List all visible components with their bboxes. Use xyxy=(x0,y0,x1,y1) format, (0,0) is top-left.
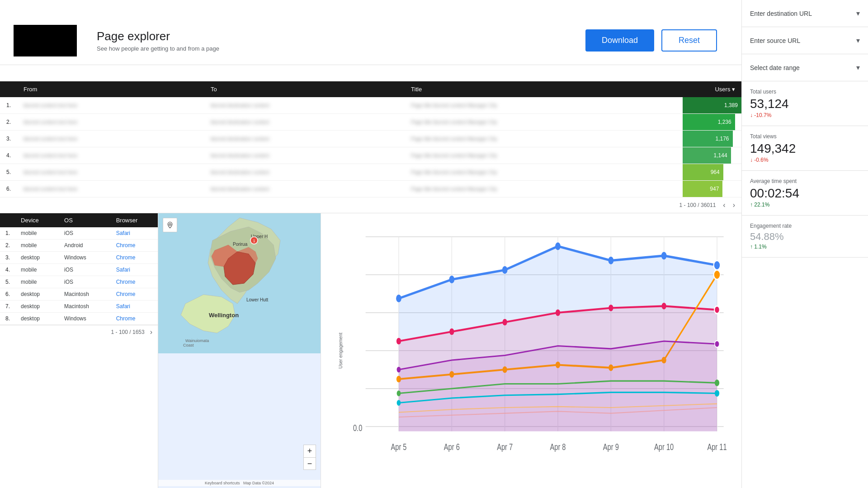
reset-button[interactable]: Reset xyxy=(661,29,717,52)
dev-row-os: Android xyxy=(59,239,111,252)
row-num: 5. xyxy=(0,164,17,181)
row-num: 3. xyxy=(0,131,17,147)
svg-point-51 xyxy=(662,303,666,310)
content-area: From To Title Users ▾ 1. blurred content… xyxy=(0,81,741,488)
dev-row-browser[interactable]: Safari xyxy=(111,227,158,239)
device-table-pagination: 1 - 100 / 1653 › xyxy=(0,325,158,339)
dev-row-browser[interactable]: Chrome xyxy=(111,288,158,300)
row-num: 4. xyxy=(0,147,17,164)
dev-row-browser[interactable]: Chrome xyxy=(111,313,158,325)
page-subtitle: See how people are getting to and from a… xyxy=(97,45,585,52)
col-title-header: Title xyxy=(405,81,683,97)
svg-point-63 xyxy=(397,390,401,396)
list-item[interactable]: 1. mobile iOS Safari xyxy=(0,227,158,239)
dev-row-device: mobile xyxy=(15,239,59,252)
download-button[interactable]: Download xyxy=(585,29,654,52)
col-to-header: To xyxy=(204,81,405,97)
list-item[interactable]: 2. mobile Android Chrome xyxy=(0,239,158,252)
row-title: Page title blurred content Manager City xyxy=(405,114,683,131)
dev-row-os: Windows xyxy=(59,313,111,325)
svg-point-66 xyxy=(715,390,719,397)
total-users-card: Total users 53,124 ↓ -10.7% xyxy=(742,81,868,126)
dev-row-device: desktop xyxy=(15,288,59,300)
list-item[interactable]: 7. desktop Macintosh Safari xyxy=(0,300,158,313)
source-url-dropdown[interactable]: Enter source URL ▾ xyxy=(742,27,868,54)
dev-col-browser-header: Browser xyxy=(111,213,158,227)
svg-point-38 xyxy=(396,295,401,302)
table-row[interactable]: 5. blurred content text here blurred des… xyxy=(0,164,741,181)
dev-row-os: Macintosh xyxy=(59,288,111,300)
main-content: From To Title Users ▾ 1. blurred content… xyxy=(0,81,868,488)
engagement-label: Engagement rate xyxy=(750,223,860,229)
zoom-in-button[interactable]: + xyxy=(303,445,316,457)
table-row[interactable]: 2. blurred content text here blurred des… xyxy=(0,114,741,131)
row-users: 964 xyxy=(683,164,741,181)
chart-y-axis-label: User engagement xyxy=(338,333,343,369)
svg-text:Porirua: Porirua xyxy=(233,242,248,247)
engagement-card: Engagement rate 54.88% ↑ 1.1% xyxy=(742,216,868,258)
svg-text:1: 1 xyxy=(253,239,255,243)
list-item[interactable]: 4. mobile iOS Safari xyxy=(0,264,158,276)
dev-row-browser[interactable]: Chrome xyxy=(111,252,158,264)
svg-text:Wainuiomata: Wainuiomata xyxy=(185,338,209,343)
svg-text:Wellington: Wellington xyxy=(209,312,239,319)
next-page-button[interactable]: › xyxy=(733,201,735,209)
svg-text:Apr 9: Apr 9 xyxy=(603,442,619,452)
row-title: Page title blurred content Manager City xyxy=(405,131,683,147)
col-users-header[interactable]: Users ▾ xyxy=(683,81,741,97)
svg-point-40 xyxy=(502,266,508,274)
total-views-card: Total views 149,342 ↓ -0.6% xyxy=(742,126,868,171)
dev-row-os: iOS xyxy=(59,276,111,288)
table-row[interactable]: 4. blurred content text here blurred des… xyxy=(0,147,741,164)
map-controls xyxy=(163,218,177,233)
dev-row-num: 6. xyxy=(0,288,15,300)
row-from: blurred content text here xyxy=(17,147,204,164)
svg-point-50 xyxy=(609,305,613,311)
total-users-value: 53,124 xyxy=(750,97,860,111)
list-item[interactable]: 8. desktop Windows Chrome xyxy=(0,313,158,325)
svg-point-52 xyxy=(714,306,720,314)
right-stats-panel: Total users 53,124 ↓ -10.7% Total views … xyxy=(741,81,868,488)
row-num: 2. xyxy=(0,114,17,131)
date-range-dropdown[interactable]: Select date range ▾ xyxy=(742,54,868,81)
device-table-container: Device OS Browser 1. mobile iOS Safari 2… xyxy=(0,213,158,488)
table-row[interactable]: 1. blurred content text here blurred des… xyxy=(0,97,741,114)
svg-point-43 xyxy=(661,252,667,260)
dev-col-device-header: Device xyxy=(15,213,59,227)
table-row[interactable]: 6. blurred content text here blurred des… xyxy=(0,181,741,197)
bottom-panels: Device OS Browser 1. mobile iOS Safari 2… xyxy=(0,213,741,488)
dev-row-browser[interactable]: Chrome xyxy=(111,276,158,288)
list-item[interactable]: 3. desktop Windows Chrome xyxy=(0,252,158,264)
prev-page-button[interactable]: ‹ xyxy=(723,201,725,209)
dev-next-page-button[interactable]: › xyxy=(150,328,152,336)
row-to: blurred destination content xyxy=(204,164,405,181)
dev-row-os: Windows xyxy=(59,252,111,264)
device-table: Device OS Browser 1. mobile iOS Safari 2… xyxy=(0,213,158,325)
svg-point-62 xyxy=(715,341,719,347)
dev-row-num: 7. xyxy=(0,300,15,313)
dev-row-browser[interactable]: Safari xyxy=(111,300,158,313)
destination-url-dropdown[interactable]: Enter destination URL ▾ xyxy=(742,0,868,27)
dev-row-browser[interactable]: Chrome xyxy=(111,239,158,252)
table-row[interactable]: 3. blurred content text here blurred des… xyxy=(0,131,741,147)
row-to: blurred destination content xyxy=(204,114,405,131)
map-location-button[interactable] xyxy=(163,218,177,232)
list-item[interactable]: 6. desktop Macintosh Chrome xyxy=(0,288,158,300)
svg-text:Apr 7: Apr 7 xyxy=(497,442,513,452)
dev-row-device: desktop xyxy=(15,252,59,264)
avg-time-label: Average time spent xyxy=(750,178,860,184)
row-to: blurred destination content xyxy=(204,147,405,164)
main-table-container: From To Title Users ▾ 1. blurred content… xyxy=(0,81,741,213)
svg-point-49 xyxy=(556,310,560,316)
svg-point-41 xyxy=(555,243,561,250)
list-item[interactable]: 5. mobile iOS Chrome xyxy=(0,276,158,288)
avg-time-change: ↑ 22.1% xyxy=(750,202,860,208)
row-title: Page title blurred content Manager City xyxy=(405,97,683,114)
dev-row-num: 4. xyxy=(0,264,15,276)
main-table: From To Title Users ▾ 1. blurred content… xyxy=(0,81,741,197)
dev-row-browser[interactable]: Safari xyxy=(111,264,158,276)
zoom-out-button[interactable]: − xyxy=(303,457,316,470)
total-views-value: 149,342 xyxy=(750,141,860,156)
svg-text:Coast: Coast xyxy=(183,343,194,347)
pagination-text: 1 - 100 / 36011 xyxy=(679,202,716,208)
